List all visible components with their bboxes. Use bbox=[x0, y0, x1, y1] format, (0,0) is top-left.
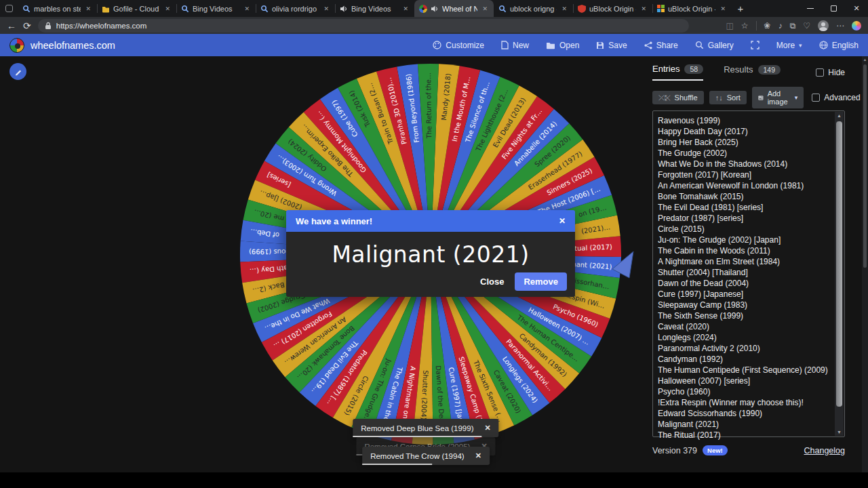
address-bar[interactable]: https://wheelofnames.com bbox=[38, 19, 689, 33]
browser-tab-1[interactable]: marbles on steam - Se✕ bbox=[18, 0, 97, 17]
entry-item[interactable]: Forgotten (2017) [Korean] bbox=[658, 169, 844, 180]
browser-tab-3[interactable]: Bing Videos✕ bbox=[176, 0, 256, 17]
entry-item[interactable]: Happy Death Day (2017) bbox=[658, 126, 844, 137]
menu-fullscreen[interactable] bbox=[751, 41, 760, 49]
minimize-button[interactable] bbox=[799, 0, 822, 17]
entry-item[interactable]: Sleepaway Camp (1983) bbox=[658, 300, 844, 310]
entry-item[interactable]: Bone Tomahawk (2015) bbox=[658, 191, 844, 202]
advanced-checkbox[interactable] bbox=[812, 94, 820, 102]
entries-list[interactable]: ▲ ▼ Ravenous (1999)Happy Death Day (2017… bbox=[652, 110, 845, 437]
advanced-toggle[interactable]: Advanced bbox=[812, 93, 860, 102]
tab-close-icon[interactable]: ✕ bbox=[401, 5, 410, 12]
tab-results[interactable]: Results149 bbox=[724, 64, 781, 80]
dialog-remove-button[interactable]: Remove bbox=[515, 272, 567, 291]
favorites-icon[interactable]: ☆ bbox=[741, 22, 749, 30]
menu-share[interactable]: Share bbox=[644, 41, 678, 50]
entry-item[interactable]: Halloween (2007) [series] bbox=[658, 375, 844, 386]
dialog-close-button[interactable]: Close bbox=[480, 277, 504, 287]
sort-button[interactable]: ↑↓ Sort bbox=[709, 91, 747, 104]
entry-item[interactable]: !Extra Respin (Winner may choose this)! bbox=[658, 397, 844, 408]
entry-item[interactable]: Ravenous (1999) bbox=[658, 115, 844, 126]
tab-close-icon[interactable]: ✕ bbox=[481, 5, 489, 12]
entry-item[interactable]: The Sixth Sense (1999) bbox=[658, 310, 844, 321]
browser-essentials-icon[interactable]: ♡ bbox=[803, 22, 810, 30]
entries-scrollbar[interactable]: ▲ ▼ bbox=[835, 112, 844, 436]
add-image-button[interactable]: Add image ▾ bbox=[752, 87, 804, 108]
refresh-button[interactable]: ⟳ bbox=[23, 21, 31, 30]
browser-tab-4[interactable]: olivia rordrigo msuic -✕ bbox=[256, 0, 335, 17]
edit-wheel-button[interactable] bbox=[9, 63, 26, 80]
entry-item[interactable]: Cure (1997) [Japanese] bbox=[658, 289, 844, 300]
collections-icon[interactable]: ⧉ bbox=[790, 22, 796, 30]
browser-tab-7[interactable]: ublock origng - Search✕ bbox=[494, 0, 573, 17]
entry-item[interactable]: The Evil Dead (1981) [series] bbox=[658, 202, 844, 213]
entry-item[interactable]: The Human Centipede (First Sequence) (20… bbox=[658, 365, 844, 375]
page-scrollbar-thumb[interactable] bbox=[863, 64, 867, 268]
tab-close-icon[interactable]: ✕ bbox=[639, 5, 648, 12]
tab-close-icon[interactable]: ✕ bbox=[322, 5, 330, 12]
toast-close-icon[interactable]: ✕ bbox=[485, 424, 491, 432]
entry-item[interactable]: Longlegs (2024) bbox=[658, 332, 844, 343]
entry-item[interactable]: Predator (1987) [series] bbox=[658, 213, 844, 224]
entry-item[interactable]: Malignant (2021) bbox=[658, 419, 844, 430]
tab-close-icon[interactable]: ✕ bbox=[719, 5, 727, 12]
tab-actions-button[interactable] bbox=[0, 0, 18, 17]
new-tab-button[interactable]: + bbox=[732, 0, 749, 17]
entry-item[interactable]: Bring Her Back (2025) bbox=[658, 137, 844, 148]
toast-close-icon[interactable]: ✕ bbox=[475, 451, 481, 460]
menu-english[interactable]: English bbox=[819, 41, 859, 50]
extensions-icon[interactable]: ❀ bbox=[764, 22, 771, 30]
scrollbar-thumb[interactable] bbox=[836, 121, 842, 407]
browser-tab-2[interactable]: Gofile - Cloud Storage✕ bbox=[97, 0, 176, 17]
entry-item[interactable]: Paranormal Activity 2 (2010) bbox=[658, 343, 844, 354]
menu-more[interactable]: More▾ bbox=[776, 41, 802, 50]
shopping-icon[interactable]: ♪ bbox=[778, 22, 783, 30]
changelog-link[interactable]: Changelog bbox=[804, 446, 845, 455]
entry-item[interactable]: Shutter (2004) [Thailand] bbox=[658, 267, 844, 278]
menu-gallery[interactable]: Gallery bbox=[695, 41, 734, 50]
entry-item[interactable]: A Nightmare on Elm Street (1984) bbox=[658, 256, 844, 267]
split-screen-icon[interactable]: ◫ bbox=[726, 22, 733, 30]
scroll-up-icon[interactable]: ▲ bbox=[835, 113, 844, 118]
entry-item[interactable]: The Cabin in the Woods (2011) bbox=[658, 245, 844, 256]
entry-item[interactable]: Psycho (1960) bbox=[658, 386, 844, 397]
entry-item[interactable]: The Ritual (2017) bbox=[658, 430, 844, 441]
dialog-close-icon[interactable]: ✕ bbox=[559, 216, 566, 226]
entry-item[interactable]: Circle (2015) bbox=[658, 224, 844, 235]
shuffle-button[interactable]: ⤫⤪ Shuffle bbox=[652, 91, 704, 104]
entry-item[interactable]: The Grudge (2002) bbox=[658, 148, 844, 159]
entry-item[interactable]: Dawn of the Dead (2004) bbox=[658, 278, 844, 289]
copilot-icon[interactable] bbox=[852, 21, 861, 30]
close-window-button[interactable]: ✕ bbox=[845, 0, 868, 17]
page-scroll-up-icon[interactable]: ▲ bbox=[862, 58, 868, 62]
browser-tab-5[interactable]: Bing Videos✕ bbox=[335, 0, 414, 17]
hide-toggle[interactable]: Hide bbox=[816, 68, 845, 77]
more-menu-icon[interactable]: ⋯ bbox=[836, 22, 844, 30]
tab-close-icon[interactable]: ✕ bbox=[84, 5, 92, 12]
tab-entries[interactable]: Entries58 bbox=[652, 64, 703, 81]
tab-close-icon[interactable]: ✕ bbox=[163, 5, 172, 12]
wheel-logo-icon[interactable] bbox=[9, 38, 24, 53]
new-version-badge[interactable]: New! bbox=[703, 445, 728, 455]
page-scrollbar[interactable]: ▲ bbox=[862, 56, 868, 472]
profile-avatar-icon[interactable] bbox=[818, 20, 829, 31]
tab-close-icon[interactable]: ✕ bbox=[243, 5, 251, 12]
menu-new[interactable]: New bbox=[501, 41, 529, 50]
entry-item[interactable]: An American Werewolf in London (1981) bbox=[658, 180, 844, 191]
scroll-down-icon[interactable]: ▼ bbox=[835, 430, 844, 434]
tab-close-icon[interactable]: ✕ bbox=[560, 5, 568, 12]
browser-tab-9[interactable]: uBlock Origin - Micros✕ bbox=[652, 0, 732, 17]
hide-checkbox[interactable] bbox=[816, 68, 824, 77]
browser-tab-6[interactable]: Wheel of Names✕ bbox=[414, 0, 494, 17]
entry-item[interactable]: Ju-on: The Grudge (2002) [Japan] bbox=[658, 235, 844, 245]
back-button[interactable]: ← bbox=[7, 21, 16, 30]
menu-open[interactable]: Open bbox=[546, 41, 579, 50]
entry-item[interactable]: What We Do in the Shadows (2014) bbox=[658, 159, 844, 169]
browser-tab-8[interactable]: uBlock Origin - Free, o✕ bbox=[573, 0, 652, 17]
menu-customize[interactable]: Customize bbox=[433, 41, 484, 50]
entry-item[interactable]: Caveat (2020) bbox=[658, 321, 844, 332]
maximize-button[interactable] bbox=[822, 0, 845, 17]
entry-item[interactable]: Candyman (1992) bbox=[658, 354, 844, 365]
entry-item[interactable]: Edward Scissorhands (1990) bbox=[658, 408, 844, 419]
menu-save[interactable]: Save bbox=[596, 41, 627, 50]
